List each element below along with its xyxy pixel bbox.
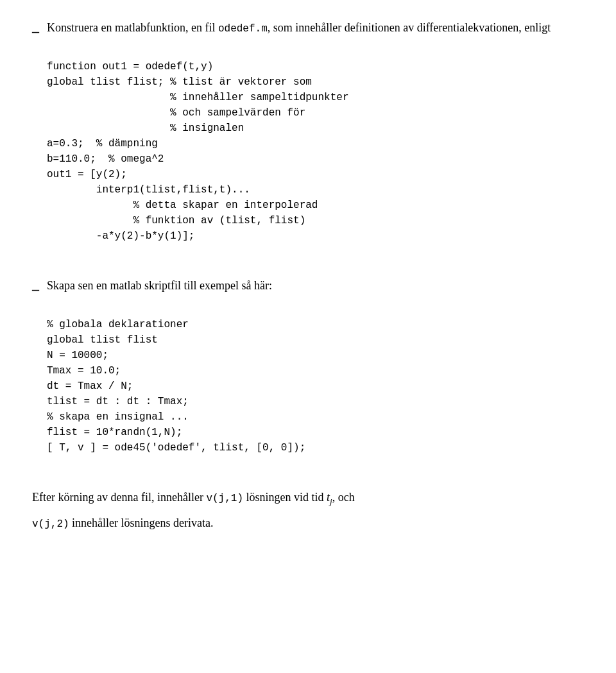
code-line-3: % innehåller sampeltidpunkter bbox=[47, 92, 348, 103]
code-line-9: interp1(tlist,flist,t)... bbox=[47, 184, 250, 196]
section-1-text: Konstruera en matlabfunktion, en fil ode… bbox=[47, 19, 584, 266]
page-content: – Konstruera en matlabfunktion, en fil o… bbox=[32, 19, 584, 532]
code-line-8: out1 = [y(2); bbox=[47, 169, 127, 180]
code2-line-2: global tlist flist bbox=[47, 334, 158, 346]
code-v-j2: v(j,2) bbox=[32, 518, 69, 530]
code2-line-8: flist = 10*randn(1,N); bbox=[47, 427, 182, 438]
code2-line-4: Tmax = 10.0; bbox=[47, 365, 121, 377]
code2-line-6: tlist = dt : dt : Tmax; bbox=[47, 396, 189, 407]
code-line-2: global tlist flist; % tlist är vektorer … bbox=[47, 76, 312, 88]
code-line-1: function out1 = odedef(t,y) bbox=[47, 61, 213, 72]
section-2-intro: Skapa sen en matlab skriptfil till exemp… bbox=[47, 277, 584, 295]
section-1: – Konstruera en matlabfunktion, en fil o… bbox=[32, 19, 584, 266]
section-2: – Skapa sen en matlab skriptfil till exe… bbox=[32, 277, 584, 477]
odedef-filename: odedef.m bbox=[218, 23, 268, 35]
code-line-4: % och sampelvärden för bbox=[47, 107, 305, 119]
code-line-10: % detta skapar en interpolerad bbox=[47, 200, 318, 211]
conclusion-paragraph-2: v(j,2) innehåller lösningens derivata. bbox=[32, 515, 584, 532]
code2-line-7: % skapa en insignal ... bbox=[47, 411, 189, 423]
section-2-text: Skapa sen en matlab skriptfil till exemp… bbox=[47, 277, 584, 477]
section-1-intro: Konstruera en matlabfunktion, en fil ode… bbox=[47, 19, 584, 37]
conclusion-paragraph: Efter körning av denna fil, innehåller v… bbox=[32, 489, 584, 508]
code-v-j1: v(j,1) bbox=[206, 493, 243, 504]
code-line-5: % insignalen bbox=[47, 123, 244, 134]
code2-line-5: dt = Tmax / N; bbox=[47, 380, 133, 392]
code-block-2: % globala deklarationer global tlist fli… bbox=[47, 302, 584, 471]
code-line-7: b=110.0; % omega^2 bbox=[47, 153, 164, 165]
code-line-6: a=0.3; % dämpning bbox=[47, 138, 158, 149]
bullet-1: – bbox=[32, 21, 39, 42]
bullet-2: – bbox=[32, 278, 39, 300]
code2-line-3: N = 10000; bbox=[47, 350, 108, 361]
code-line-11: % funktion av (tlist, flist) bbox=[47, 215, 305, 226]
code2-line-1: % globala deklarationer bbox=[47, 319, 189, 330]
code-line-12: -a*y(2)-b*y(1)]; bbox=[47, 230, 194, 242]
math-sub-j: j bbox=[330, 496, 332, 506]
code2-line-9: [ T, v ] = ode45('odedef', tlist, [0, 0]… bbox=[47, 442, 305, 454]
code-block-1: function out1 = odedef(t,y) global tlist… bbox=[47, 44, 584, 259]
